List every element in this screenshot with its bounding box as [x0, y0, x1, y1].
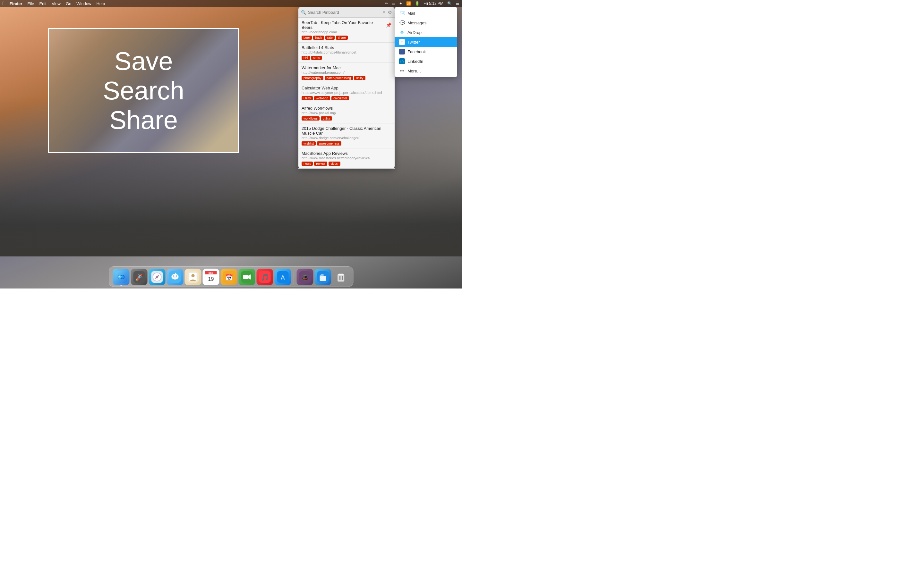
- dock-item-music[interactable]: 🎵: [257, 269, 273, 285]
- dock-item-trash[interactable]: [333, 269, 349, 285]
- pinboard-popup: 🔍 ✕ ⚙ BeerTab - Keep Tabs On Your Favori…: [298, 7, 395, 169]
- bookmark-item-dodge[interactable]: 2015 Dodge Challenger - Classic American…: [298, 123, 395, 148]
- svg-point-21: [174, 276, 174, 276]
- bookmark-url: http://www.packal.org/: [302, 111, 391, 115]
- dock-item-finder[interactable]: [113, 269, 129, 285]
- bookmark-tags: photography batch-processing utility: [302, 76, 391, 80]
- edit-menu[interactable]: Edit: [39, 1, 47, 6]
- tag-awesomeness[interactable]: awesomeness: [317, 141, 341, 145]
- bookmark-title: Battlefield 4 Stats: [302, 45, 391, 50]
- bookmark-item-watermarker[interactable]: Watermarker for Mac http://watermarkerap…: [298, 63, 395, 83]
- bookmark-item-alfred[interactable]: Alfred Workflows http://www.packal.org/ …: [298, 103, 395, 123]
- share-messages[interactable]: 💬 Messages: [395, 18, 457, 27]
- share-twitter-label: Twitter: [407, 40, 420, 45]
- bookmark-title: Watermarker for Mac: [302, 65, 391, 70]
- dock-dot-finder: [121, 285, 122, 286]
- menubar-right: ✏ ▭ ✦ 📶 🔋 Fri 5:12 PM 🔍 ☰: [384, 1, 459, 6]
- go-menu[interactable]: Go: [66, 1, 71, 6]
- share-more[interactable]: ••• More…: [395, 66, 457, 76]
- help-menu[interactable]: Help: [96, 1, 105, 6]
- share-mail-label: Mail: [407, 11, 415, 16]
- share-twitter[interactable]: t Twitter: [395, 37, 457, 47]
- menubar-left:  Finder File Edit View Go Window Help: [3, 1, 105, 6]
- tag-viticci[interactable]: viticci: [328, 161, 340, 166]
- search-bar: 🔍 ✕ ⚙: [298, 7, 395, 18]
- bookmark-url: http://beertabapp.com/: [302, 30, 391, 34]
- svg-text:🚀: 🚀: [135, 274, 143, 281]
- bookmark-item-macstories[interactable]: MacStories App Reviews http://www.macsto…: [298, 148, 395, 169]
- pin-icon: 📌: [386, 23, 391, 27]
- share-facebook-label: Facebook: [407, 49, 426, 54]
- window-menu[interactable]: Window: [76, 1, 91, 6]
- svg-point-22: [176, 276, 177, 276]
- airdrop-icon: [399, 29, 405, 35]
- share-facebook[interactable]: f Facebook: [395, 47, 457, 56]
- search-input[interactable]: [308, 10, 380, 15]
- dock-item-tweetbot[interactable]: [167, 269, 184, 285]
- tag-track[interactable]: track: [313, 35, 324, 40]
- dock-item-appstore[interactable]: A: [275, 269, 291, 285]
- dock-item-calendar[interactable]: DEC 19: [203, 269, 220, 285]
- svg-text:A: A: [281, 274, 284, 281]
- tag-utility[interactable]: utility: [302, 96, 313, 100]
- tag-wishlist[interactable]: wishlist: [302, 141, 316, 145]
- bookmark-list: BeerTab - Keep Tabs On Your Favorite Bee…: [298, 18, 395, 169]
- dock-item-files[interactable]: [315, 269, 331, 285]
- svg-text:🎵: 🎵: [261, 274, 269, 281]
- bookmark-title: 2015 Dodge Challenger - Classic American…: [302, 126, 391, 135]
- tag-workflows[interactable]: workflows: [302, 116, 320, 121]
- dock-item-alfred[interactable]: 🎩: [297, 269, 313, 285]
- svg-point-5: [121, 276, 124, 279]
- mail-icon: ✉️: [399, 10, 405, 16]
- dock-item-fantastical[interactable]: 📅: [221, 269, 237, 285]
- bookmark-url: http://bf4stats.com/ps4/binaryghost: [302, 50, 391, 54]
- bookmark-url: http://www.dodge.com/en/challenger/: [302, 136, 391, 140]
- tag-photography[interactable]: photography: [302, 76, 323, 80]
- settings-icon[interactable]: ⚙: [388, 10, 392, 15]
- tag-utility[interactable]: utility: [354, 76, 365, 80]
- share-linkedin[interactable]: in LinkedIn: [395, 56, 457, 66]
- hero-text-share: Share: [110, 105, 178, 135]
- tag-calculator[interactable]: calculator: [331, 96, 349, 100]
- svg-text:DEC: DEC: [208, 272, 213, 274]
- share-mail[interactable]: ✉️ Mail: [395, 8, 457, 18]
- share-airdrop[interactable]: AirDrop: [395, 27, 457, 37]
- dock-item-safari[interactable]: [149, 269, 166, 285]
- svg-text:📅: 📅: [225, 274, 233, 281]
- tag-utility[interactable]: utility: [321, 116, 332, 121]
- app-name-menu[interactable]: Finder: [10, 1, 23, 6]
- menubar-search-icon[interactable]: 🔍: [447, 1, 452, 6]
- tag-bf4[interactable]: bf4: [302, 56, 310, 60]
- menubar-battery-icon: 🔋: [415, 1, 420, 6]
- tag-news[interactable]: news: [302, 161, 313, 166]
- tag-review[interactable]: review: [314, 161, 327, 166]
- search-icon: 🔍: [301, 10, 306, 15]
- bookmark-url: http://www.macstories.net/category/revie…: [302, 156, 391, 160]
- tag-web-app[interactable]: web-app: [314, 96, 330, 100]
- bookmark-title: MacStories App Reviews: [302, 151, 391, 156]
- tag-share[interactable]: share: [336, 35, 348, 40]
- share-more-label: More…: [407, 69, 421, 73]
- svg-point-6: [119, 276, 120, 277]
- apple-menu[interactable]: : [3, 1, 5, 6]
- dock-item-launchpad[interactable]: 🚀: [131, 269, 148, 285]
- menubar-time: Fri 5:12 PM: [423, 1, 443, 6]
- tag-beer[interactable]: beer: [302, 35, 312, 40]
- dock-item-contacts[interactable]: [185, 269, 202, 285]
- bookmark-item-bf4[interactable]: Battlefield 4 Stats http://bf4stats.com/…: [298, 43, 395, 63]
- tag-stats[interactable]: stats: [311, 56, 322, 60]
- bookmark-title: BeerTab - Keep Tabs On Your Favorite Bee…: [302, 20, 384, 30]
- bookmark-item-calculator[interactable]: Calculator Web App https://www.polymer-p…: [298, 83, 395, 103]
- bookmark-item-beertab[interactable]: BeerTab - Keep Tabs On Your Favorite Bee…: [298, 18, 395, 43]
- menubar-display-icon: ▭: [392, 1, 395, 6]
- search-clear-button[interactable]: ✕: [382, 10, 386, 15]
- desktop:  Finder File Edit View Go Window Help ✏…: [0, 0, 462, 288]
- hero-text-search: Search: [103, 76, 184, 105]
- view-menu[interactable]: View: [52, 1, 61, 6]
- menubar-list-icon[interactable]: ☰: [456, 1, 459, 6]
- tag-batch-processing[interactable]: batch-processing: [325, 76, 353, 80]
- file-menu[interactable]: File: [27, 1, 34, 6]
- tag-rate[interactable]: rate: [325, 35, 334, 40]
- dock-item-facetime[interactable]: [239, 269, 255, 285]
- menubar-wifi-icon: 📶: [406, 1, 411, 6]
